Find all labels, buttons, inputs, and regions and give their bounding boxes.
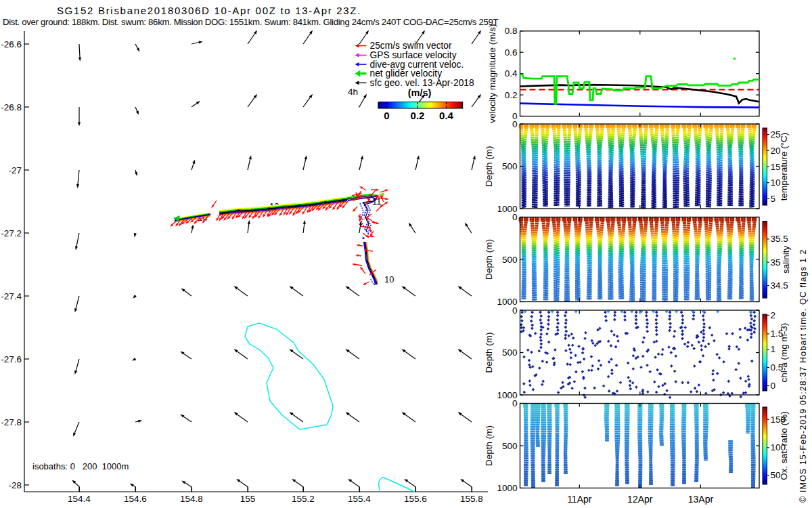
svg-text:500: 500: [502, 161, 518, 171]
svg-text:0: 0: [512, 398, 518, 408]
svg-text:velocity magnitude (m/s): velocity magnitude (m/s): [487, 24, 497, 123]
svg-text:(m/s): (m/s): [408, 87, 432, 98]
svg-text:isobaths: 0 200 1000m: isobaths: 0 200 1000m: [32, 461, 129, 471]
svg-text:500: 500: [502, 441, 518, 451]
svg-text:154.8: 154.8: [180, 494, 203, 504]
svg-text:11Apr: 11Apr: [567, 494, 592, 505]
svg-text:500: 500: [502, 347, 518, 358]
svg-text:-26.6: -26.6: [1, 39, 22, 49]
svg-text:2: 2: [771, 310, 776, 320]
svg-text:Dist. over ground: 188km. Dist: Dist. over ground: 188km. Dist. swum: 86…: [3, 17, 499, 27]
svg-text:sfc geo. vel. 13-Apr-2018: sfc geo. vel. 13-Apr-2018: [370, 78, 474, 88]
svg-text:0.2: 0.2: [411, 110, 425, 121]
svg-text:34.5: 34.5: [771, 280, 788, 291]
svg-text:temperature (°C): temperature (°C): [779, 133, 789, 201]
svg-text:-27: -27: [8, 165, 22, 175]
svg-text:0.2: 0.2: [505, 90, 518, 100]
svg-text:25cm/s swim vector: 25cm/s swim vector: [370, 41, 453, 51]
svg-text:500: 500: [502, 255, 518, 265]
svg-text:10: 10: [384, 274, 394, 284]
svg-text:154.4: 154.4: [68, 494, 91, 504]
svg-text:© IMOS 15-Feb-2019 05:28:37 Ho: © IMOS 15-Feb-2019 05:28:37 Hobart time.…: [798, 249, 808, 503]
svg-text:Depth (m): Depth (m): [484, 239, 494, 280]
svg-text:0: 0: [512, 305, 518, 316]
svg-text:5: 5: [771, 194, 776, 204]
svg-text:13Apr: 13Apr: [688, 494, 714, 505]
svg-text:SG152 Brisbane20180306D 10-Apr: SG152 Brisbane20180306D 10-Apr 00Z to 13…: [57, 5, 361, 16]
svg-text:0.8: 0.8: [505, 26, 518, 36]
svg-text:-27.4: -27.4: [1, 291, 22, 301]
svg-text:-28: -28: [8, 480, 22, 490]
svg-text:12Apr: 12Apr: [627, 494, 653, 505]
svg-text:0.4: 0.4: [439, 110, 454, 121]
svg-text:0.4: 0.4: [505, 68, 518, 79]
svg-text:35.5: 35.5: [771, 234, 788, 244]
svg-text:4h: 4h: [348, 87, 358, 97]
svg-text:11: 11: [372, 196, 382, 207]
svg-text:-27.2: -27.2: [1, 228, 22, 238]
svg-text:35: 35: [771, 257, 781, 268]
svg-text:0: 0: [771, 381, 776, 391]
svg-text:0: 0: [512, 212, 518, 222]
svg-text:0: 0: [384, 110, 389, 121]
svg-text:154.6: 154.6: [124, 494, 147, 504]
svg-text:1000: 1000: [497, 483, 517, 493]
svg-text:-27.8: -27.8: [1, 417, 22, 427]
svg-text:155: 155: [240, 494, 256, 504]
svg-text:155.4: 155.4: [348, 494, 371, 504]
svg-text:-27.6: -27.6: [1, 354, 22, 364]
svg-text:Depth (m): Depth (m): [484, 332, 494, 373]
svg-text:Ox. sat. ratio (%): Ox. sat. ratio (%): [779, 411, 789, 480]
svg-text:Depth (m): Depth (m): [484, 146, 494, 186]
svg-text:155.2: 155.2: [292, 494, 315, 504]
svg-text:155.6: 155.6: [404, 494, 427, 504]
svg-text:155.8: 155.8: [460, 494, 483, 504]
svg-text:-26.8: -26.8: [1, 102, 22, 112]
svg-text:chl-a (mg m-3): chl-a (mg m-3): [779, 323, 789, 383]
svg-text:0.6: 0.6: [505, 47, 518, 58]
svg-text:salinity: salinity: [781, 245, 791, 274]
svg-text:Depth (m): Depth (m): [484, 425, 494, 466]
svg-text:1: 1: [771, 344, 776, 354]
svg-text:0: 0: [512, 119, 518, 129]
